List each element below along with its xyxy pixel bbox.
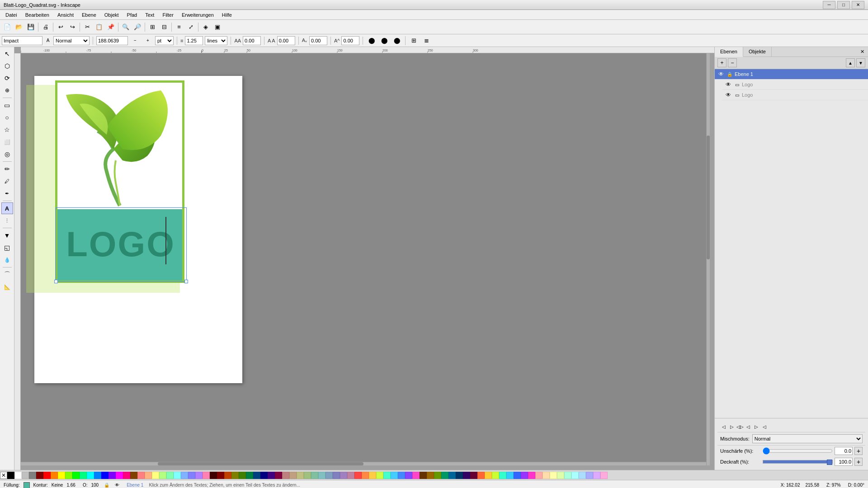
undo-button[interactable]: ↩ (55, 22, 66, 33)
color-swatch[interactable] (340, 472, 347, 479)
menu-item-bearbeiten[interactable]: Bearbeiten (22, 11, 53, 19)
color-swatch[interactable] (571, 472, 579, 479)
color-swatch[interactable] (557, 472, 564, 479)
spray-tool[interactable]: ⋮ (1, 215, 13, 226)
color-swatch[interactable] (239, 472, 246, 479)
color-swatch[interactable] (14, 472, 22, 479)
line-mode-select[interactable]: lines (205, 36, 227, 45)
layer-eye-icon[interactable]: 👁 (717, 70, 725, 78)
layer-lock-icon[interactable]: 🔒 (726, 71, 733, 77)
color-swatch[interactable] (65, 472, 72, 479)
transform-button[interactable]: ⤢ (185, 22, 196, 33)
unit-select[interactable]: pt px mm (155, 36, 174, 45)
color-swatch[interactable] (398, 472, 405, 479)
menu-item-hilfe[interactable]: Hilfe (218, 11, 236, 19)
color-swatch[interactable] (564, 472, 571, 479)
color-swatch[interactable] (485, 472, 492, 479)
sub-eye-1[interactable]: 👁 (725, 81, 732, 88)
text-tool[interactable]: A (1, 202, 13, 214)
baseline-input[interactable]: 0.00 (341, 36, 359, 45)
color-swatch[interactable] (463, 472, 470, 479)
menu-item-ansicht[interactable]: Ansicht (54, 11, 77, 19)
star-tool[interactable]: ☆ (1, 124, 13, 136)
color-swatch[interactable] (347, 472, 354, 479)
layer-row-1[interactable]: 👁 🔒 Ebene 1 (715, 69, 868, 80)
align-button[interactable]: ≡ (174, 22, 184, 33)
color-swatch[interactable] (159, 472, 166, 479)
opacity-icon-3[interactable]: ◁▷ (736, 423, 744, 430)
color-swatch[interactable] (282, 472, 289, 479)
color-swatch[interactable] (586, 472, 593, 479)
deckraft-add-btn[interactable]: + (854, 458, 863, 466)
spiral-tool[interactable]: ◎ (1, 148, 13, 160)
deckraft-bar[interactable] (763, 460, 833, 464)
color-swatch[interactable] (550, 472, 557, 479)
remove-layer-btn[interactable]: − (728, 58, 737, 67)
color-swatch[interactable] (195, 472, 203, 479)
opacity-icon-2[interactable]: ▷ (728, 423, 736, 430)
color-swatch[interactable] (333, 472, 340, 479)
color-swatch[interactable] (593, 472, 600, 479)
color-swatch[interactable] (600, 472, 608, 479)
color-swatch[interactable] (36, 472, 43, 479)
menu-item-objekt[interactable]: Objekt (101, 11, 123, 19)
deckraft-input[interactable]: 100.0 (835, 458, 853, 466)
zoom-tool-btn[interactable]: ⊕ (1, 84, 13, 96)
color-swatch[interactable] (210, 472, 217, 479)
menu-item-datei[interactable]: Datei (2, 11, 21, 19)
align-left-btn[interactable]: ⬤ (366, 35, 377, 46)
add-layer-btn[interactable]: + (717, 58, 726, 67)
menu-item-pfad[interactable]: Pfad (123, 11, 141, 19)
new-button[interactable]: 📄 (2, 22, 13, 33)
color-swatch[interactable] (456, 472, 463, 479)
close-button[interactable]: ✕ (852, 1, 864, 9)
maximize-button[interactable]: □ (837, 1, 850, 9)
color-swatch[interactable] (304, 472, 311, 479)
unschaerfe-slider[interactable] (763, 449, 833, 453)
measure-tool[interactable]: 📐 (1, 281, 13, 293)
color-swatch[interactable] (311, 472, 318, 479)
color-swatch[interactable] (29, 472, 36, 479)
color-swatch[interactable] (528, 472, 535, 479)
color-swatch[interactable] (224, 472, 231, 479)
canvas-area[interactable]: -100 -75 -50 -25 0 25 50 100 150 200 (14, 47, 714, 470)
color-swatch[interactable] (94, 472, 101, 479)
color-swatch[interactable] (318, 472, 326, 479)
opacity-icon-4[interactable]: ◁ (745, 423, 752, 430)
color-swatch[interactable] (383, 472, 391, 479)
color-swatch[interactable] (87, 472, 94, 479)
distribute-btn[interactable]: ⊞ (408, 35, 419, 46)
pencil-tool[interactable]: ✏ (1, 163, 13, 175)
color-swatch[interactable] (152, 472, 159, 479)
color-swatch[interactable] (123, 472, 130, 479)
char-spacing-input[interactable]: 0.00 (243, 36, 261, 45)
color-swatch[interactable] (80, 472, 87, 479)
sel-handle-bl[interactable] (54, 280, 58, 283)
color-swatch[interactable] (43, 472, 51, 479)
rect-tool[interactable]: ▭ (1, 99, 13, 111)
color-swatch[interactable] (405, 472, 412, 479)
color-swatch[interactable] (412, 472, 420, 479)
open-button[interactable]: 📂 (14, 22, 24, 33)
color-swatch[interactable] (58, 472, 65, 479)
circle-tool[interactable]: ○ (1, 112, 13, 123)
kerning-input[interactable]: 0.00 (309, 36, 327, 45)
color-swatch[interactable] (427, 472, 434, 479)
no-color-swatch[interactable]: ✕ (0, 472, 7, 479)
line-height-input[interactable]: 1.25 (185, 36, 203, 45)
color-swatch[interactable] (145, 472, 152, 479)
fill-swatch[interactable] (24, 482, 30, 488)
select-tool[interactable]: ↖ (1, 48, 13, 60)
color-swatch[interactable] (72, 472, 80, 479)
ungroup-button[interactable]: ⊟ (159, 22, 170, 33)
minimize-button[interactable]: ─ (823, 1, 835, 9)
sub-layer-logo2[interactable]: 👁 ▭ Logo (722, 90, 868, 100)
save-button[interactable]: 💾 (25, 22, 36, 33)
node-editor-button[interactable]: ◈ (200, 22, 211, 33)
copy-button[interactable]: 📋 (94, 22, 104, 33)
color-swatch[interactable] (521, 472, 528, 479)
color-swatch[interactable] (492, 472, 499, 479)
fill-tool[interactable]: ▼ (1, 230, 13, 241)
color-swatch[interactable] (260, 472, 268, 479)
size-increase-btn[interactable]: + (142, 35, 153, 46)
